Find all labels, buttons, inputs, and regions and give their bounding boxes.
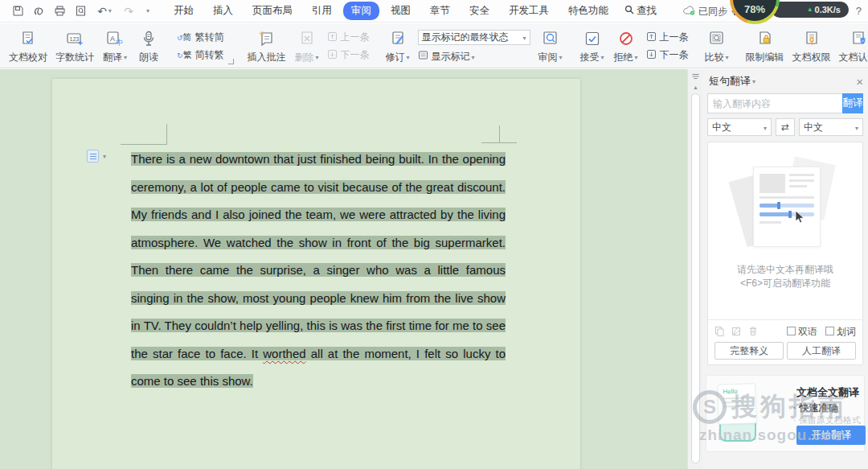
- track-changes-button[interactable]: 修订: [381, 26, 415, 67]
- tab-security[interactable]: 安全: [461, 2, 497, 20]
- microphone-icon: [140, 28, 158, 49]
- track-changes-icon: [389, 28, 407, 49]
- previous-comment-button: 上一条: [327, 31, 370, 44]
- doc-certify-button[interactable]: 文档认证: [835, 26, 868, 67]
- chevron-down-icon: [762, 121, 767, 133]
- svg-text:A: A: [110, 35, 115, 43]
- help-button[interactable]: ?: [856, 5, 862, 17]
- result-tools-row: 双语 划词: [714, 325, 856, 339]
- accept-change-button[interactable]: 接受: [575, 26, 609, 67]
- empty-hint-line1: 请先选中文本再翻译哦: [708, 263, 862, 277]
- replace-icon[interactable]: [731, 326, 742, 339]
- promo-hello-text: Hello: [723, 387, 750, 395]
- tab-special-features[interactable]: 特色功能: [560, 2, 616, 20]
- start-translate-button[interactable]: 开始翻译: [796, 426, 866, 445]
- doc-permission-button[interactable]: 文档权限: [788, 26, 835, 67]
- sync-status[interactable]: 已同步: [683, 5, 735, 19]
- redo-icon[interactable]: ↷: [122, 5, 135, 18]
- collapse-panel-icon[interactable]: [691, 72, 700, 83]
- convert-dialog-launcher[interactable]: [228, 59, 234, 64]
- show-markup-icon: [418, 50, 428, 63]
- proofread-icon: [19, 28, 37, 49]
- save-icon[interactable]: [11, 5, 24, 18]
- capture-gauge-widget[interactable]: 78%: [730, 0, 780, 24]
- paste-options-icon: [87, 150, 99, 163]
- proofread-button[interactable]: 文档校对: [5, 26, 51, 67]
- translate-button[interactable]: A中 翻译: [98, 26, 132, 67]
- protect-group: 限制编辑 文档权限 文档认证: [742, 26, 868, 67]
- swap-languages-button[interactable]: ⇄: [776, 118, 795, 136]
- tab-references[interactable]: 引用: [304, 2, 340, 20]
- vertical-scrollbar[interactable]: ▲: [687, 69, 702, 469]
- trad-to-simp-button[interactable]: ↺简 繁转简: [177, 31, 224, 44]
- markup-state-dropdown[interactable]: 显示标记的最终状态: [418, 30, 530, 45]
- full-definition-button[interactable]: 完整释义: [714, 342, 784, 360]
- print-preview-icon[interactable]: [74, 5, 87, 18]
- proofing-group: 文档校对 123 字数统计 A中 翻译 朗读: [5, 26, 166, 67]
- restrict-editing-button[interactable]: 限制编辑: [742, 26, 788, 67]
- insert-comment-button[interactable]: ✳ 插入批注: [244, 26, 290, 67]
- word-pick-checkbox[interactable]: 划词: [825, 325, 856, 339]
- previous-change-button[interactable]: 上一条: [646, 31, 689, 44]
- next-change-button[interactable]: 下一条: [646, 48, 689, 62]
- print-icon[interactable]: [53, 5, 66, 18]
- tab-view[interactable]: 视图: [383, 2, 419, 20]
- find-button[interactable]: 查找: [624, 4, 657, 18]
- changes-group: 接受 拒绝 上一条 下一条: [575, 26, 692, 67]
- translate-input[interactable]: [707, 93, 842, 113]
- next-item-icon: [646, 49, 657, 62]
- paste-options-button[interactable]: [87, 150, 106, 163]
- tab-section[interactable]: 章节: [422, 2, 458, 20]
- compare-button[interactable]: 比较: [700, 26, 734, 67]
- wps-writer-window: ↶ ↷ 开始 插入 页面布局 引用 审阅 视图 章节 安全 开发工具 特色功能 …: [0, 0, 868, 469]
- human-translate-button[interactable]: 人工翻译: [787, 342, 856, 360]
- comments-group: ✳ 插入批注 删除 上一条 下一条: [244, 26, 373, 67]
- upload-arrow-icon: ▲: [807, 6, 813, 13]
- quick-access-toolbar: ↶ ↷: [0, 5, 159, 18]
- review-pane-button[interactable]: 审阅: [534, 26, 567, 67]
- tab-insert[interactable]: 插入: [205, 2, 241, 20]
- net-speed-pill: ▲ 0.3K/s: [772, 2, 849, 18]
- trash-icon[interactable]: [748, 326, 758, 339]
- next-item-icon: [327, 49, 338, 62]
- document-canvas[interactable]: There is a new downtown that just finish…: [0, 69, 688, 469]
- panel-title[interactable]: 短句翻译: [709, 74, 755, 88]
- gauge-percent: 78%: [744, 3, 765, 15]
- close-icon[interactable]: ×: [856, 75, 863, 88]
- document-paragraph[interactable]: There is a new downtown that just finish…: [131, 146, 506, 396]
- svg-text:123: 123: [70, 36, 80, 42]
- empty-state-illustration: [735, 160, 837, 255]
- accept-icon: [583, 28, 601, 49]
- show-markup-button[interactable]: 显示标记: [418, 50, 530, 64]
- tab-page-layout[interactable]: 页面布局: [244, 2, 301, 20]
- reject-change-button[interactable]: 拒绝: [609, 26, 643, 67]
- key-icon: [803, 28, 821, 49]
- panel-header: 短句翻译 ×: [709, 74, 863, 88]
- simp-to-trad-button[interactable]: ↻繁 简转繁: [177, 48, 224, 62]
- checkbox-icon: [787, 327, 796, 335]
- tab-dev-tools[interactable]: 开发工具: [501, 2, 557, 20]
- scroll-up-icon[interactable]: ▲: [693, 84, 698, 90]
- copy-icon[interactable]: [714, 326, 725, 339]
- export-pdf-icon[interactable]: [32, 5, 45, 18]
- word-count-button[interactable]: 123 字数统计: [51, 26, 98, 67]
- delete-comment-icon: [298, 28, 316, 49]
- delete-comment-button: 删除: [290, 26, 324, 67]
- svg-text:中: 中: [116, 39, 123, 47]
- titlebar-right: 已同步 分享 ▲ 0.3K/s 78% ?: [683, 0, 868, 23]
- target-language-select[interactable]: 中文: [799, 118, 863, 136]
- customize-toolbar-icon[interactable]: [143, 5, 151, 18]
- shield-icon: [850, 28, 867, 49]
- bilingual-checkbox[interactable]: 双语: [787, 325, 817, 339]
- undo-icon[interactable]: ↶: [95, 5, 114, 18]
- svg-text:✳: ✳: [259, 30, 265, 38]
- source-language-select[interactable]: 中文: [707, 118, 772, 136]
- reject-icon: [617, 28, 635, 49]
- tab-review[interactable]: 审阅: [343, 2, 379, 20]
- read-aloud-button[interactable]: 朗读: [132, 26, 166, 67]
- word-count-icon: 123: [65, 28, 84, 49]
- translate-panel: 短句翻译 × 翻译 中文 ⇄ 中文: [702, 69, 868, 469]
- translate-submit-button[interactable]: 翻译: [842, 93, 863, 113]
- scrollbar-thumb[interactable]: [691, 93, 700, 463]
- tab-home[interactable]: 开始: [166, 2, 202, 20]
